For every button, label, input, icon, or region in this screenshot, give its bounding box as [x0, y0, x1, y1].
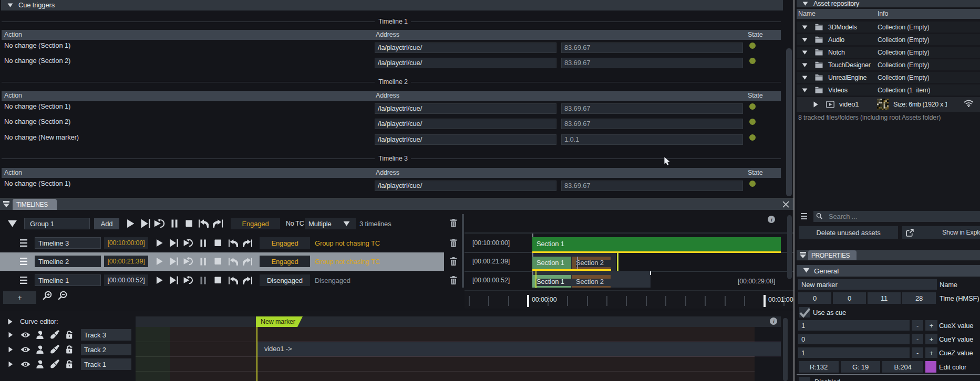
svg-text:i: i — [773, 319, 775, 324]
svg-text:i: i — [771, 217, 772, 223]
